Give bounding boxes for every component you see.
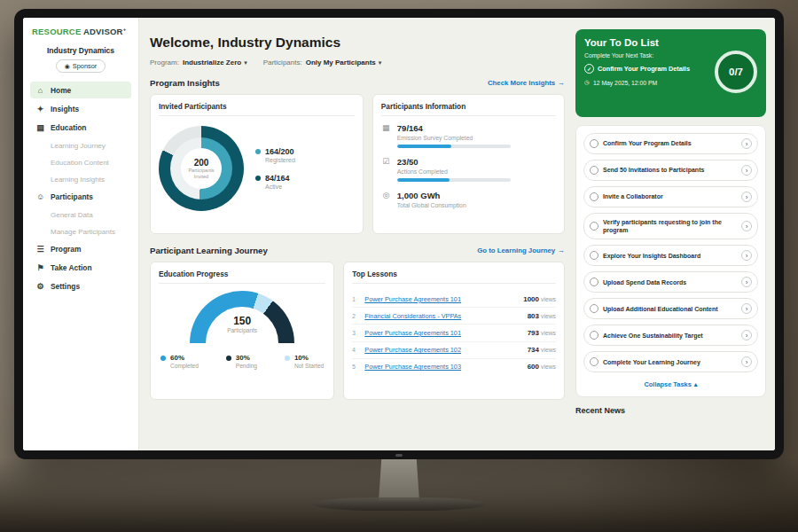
task-checkbox[interactable] — [590, 139, 598, 148]
program-filter[interactable]: Program: Industrialize Zero ▾ — [150, 59, 247, 66]
task-label: Verify participants requesting to join t… — [603, 218, 737, 234]
chevron-right-icon[interactable]: › — [741, 138, 752, 149]
legend-dot — [255, 149, 261, 154]
task-row[interactable]: Upload Additional Educational Content › — [583, 298, 758, 319]
task-checkbox[interactable] — [590, 278, 598, 286]
sidebar-item-take-action[interactable]: ⚑ Take Action — [30, 259, 131, 276]
lesson-link[interactable]: Power Purchase Agreements 101 — [364, 295, 518, 303]
lesson-rank: 2 — [352, 313, 359, 319]
sidebar-item-home[interactable]: ⌂ Home — [30, 82, 131, 98]
task-row[interactable]: Achieve One Sustainability Target › — [583, 325, 758, 346]
logo-resource: RESOURCE — [32, 27, 81, 36]
sidebar-item-insights[interactable]: ✦ Insights — [30, 100, 131, 117]
section-title: Participant Learning Journey — [150, 246, 268, 255]
chevron-right-icon[interactable]: › — [741, 250, 752, 261]
logo-advisor: ADVISOR — [83, 27, 123, 36]
education-progress-card: Education Progress 150 Participants — [150, 262, 334, 400]
due-date: 12 May 2025, 12:00 PM — [593, 80, 657, 86]
gear-icon: ⚙ — [35, 282, 45, 291]
sidebar-item-program[interactable]: ☰ Program — [30, 240, 131, 257]
participants-icon: ☺ — [35, 192, 45, 201]
sponsor-label: Sponsor — [73, 62, 98, 70]
dashboard-screen: RESOURCE ADVISOR+ Industry Dynamics ◉ Sp… — [23, 18, 775, 450]
lesson-link[interactable]: Power Purchase Agreements 103 — [364, 363, 521, 371]
progress-bar — [397, 178, 511, 182]
chevron-right-icon[interactable]: › — [741, 356, 752, 367]
insights-cards-row: Invited Participants 200 Participants In… — [150, 94, 565, 234]
lesson-views: 793views — [528, 329, 556, 337]
sidebar-item-manage-participants[interactable]: Manage Participants — [30, 223, 131, 239]
task-row[interactable]: Invite a Collaborator › — [583, 186, 758, 207]
chevron-right-icon[interactable]: › — [741, 165, 752, 176]
sponsor-badge[interactable]: ◉ Sponsor — [56, 59, 106, 73]
sponsor-icon: ◉ — [65, 63, 70, 70]
lesson-rank: 4 — [352, 347, 359, 353]
progress-bar — [397, 145, 511, 148]
gauge-center-value: 150 — [190, 315, 294, 327]
invited-donut-chart: 200 Participants Invited — [159, 126, 244, 211]
sidebar-item-label: Settings — [51, 282, 80, 291]
participants-filter-label: Participants: — [263, 59, 302, 66]
app-logo: RESOURCE ADVISOR+ — [30, 27, 131, 36]
task-row[interactable]: Complete Your Learning Journey › — [583, 351, 758, 372]
invited-participants-card: Invited Participants 200 Participants In… — [150, 94, 364, 234]
chevron-right-icon[interactable]: › — [741, 277, 752, 287]
sidebar-item-education[interactable]: ▤ Education — [30, 119, 131, 136]
task-row[interactable]: Verify participants requesting to join t… — [583, 213, 758, 239]
task-checkbox[interactable] — [590, 304, 598, 313]
task-checkbox[interactable] — [590, 222, 598, 231]
task-row[interactable]: Send 50 Invitations to Participants › — [583, 160, 758, 181]
lesson-link[interactable]: Financial Considerations - VPPAs — [364, 312, 521, 320]
lesson-link[interactable]: Power Purchase Agreements 101 — [364, 329, 521, 337]
legend-item-completed: 60% Completed — [160, 354, 199, 369]
task-checkbox[interactable] — [590, 357, 598, 366]
stat-value: 1,000 GWh — [397, 191, 466, 200]
collapse-tasks-button[interactable]: Collapse Tasks ▴ — [583, 378, 758, 389]
sidebar-item-participants[interactable]: ☺ Participants — [30, 188, 131, 205]
task-checkbox[interactable] — [590, 192, 598, 201]
sidebar-item-education-content[interactable]: Education Content — [30, 154, 131, 170]
task-checkbox[interactable] — [590, 166, 598, 175]
sidebar-item-settings[interactable]: ⚙ Settings — [30, 278, 131, 294]
task-row[interactable]: Explore Your Insights Dashboard › — [583, 245, 758, 266]
sidebar-item-general-data[interactable]: General Data — [30, 207, 131, 223]
todo-column: Your To Do List Complete Your Next Task:… — [575, 27, 766, 450]
chevron-right-icon[interactable]: › — [741, 303, 752, 314]
go-to-learning-journey-link[interactable]: Go to Learning Journey → — [477, 246, 565, 254]
legend-label: Pending — [236, 363, 257, 369]
lesson-row: 2 Financial Considerations - VPPAs 803vi… — [352, 308, 556, 325]
sidebar-item-learning-insights[interactable]: Learning Insights — [30, 171, 131, 187]
gauge-center-label: Participants — [190, 327, 294, 333]
task-checkbox[interactable] — [590, 331, 598, 340]
main-content: Welcome, Industry Dynamics Program: Indu… — [139, 18, 775, 450]
learning-journey-header: Participant Learning Journey Go to Learn… — [150, 246, 565, 255]
chevron-right-icon[interactable]: › — [741, 192, 752, 202]
sidebar-item-label: Take Action — [51, 263, 92, 272]
consumption-icon: ◎ — [381, 191, 391, 212]
sidebar-item-learning-journey[interactable]: Learning Journey — [30, 137, 131, 153]
participants-filter[interactable]: Participants: Only My Participants ▾ — [263, 59, 382, 66]
todo-tasks-card: Confirm Your Program Details › Send 50 I… — [575, 125, 766, 397]
check-more-insights-link[interactable]: Check More Insights → — [488, 79, 565, 87]
task-label: Invite a Collaborator — [603, 192, 737, 200]
link-label: Go to Learning Journey — [477, 246, 555, 254]
chevron-right-icon[interactable]: › — [741, 330, 752, 340]
task-label: Upload Spend Data Records — [603, 278, 737, 286]
lesson-views: 803views — [528, 312, 556, 320]
sidebar-item-label: Program — [51, 245, 81, 254]
center-column: Welcome, Industry Dynamics Program: Indu… — [150, 27, 565, 450]
stat-actions-completed: ☑ 23/50 Actions Completed — [381, 157, 556, 182]
lesson-link[interactable]: Power Purchase Agreements 102 — [364, 346, 521, 354]
task-row[interactable]: Confirm Your Program Details › — [583, 133, 758, 154]
legend-label: Registered — [265, 157, 295, 163]
legend-value: 84/164 — [265, 174, 290, 183]
stat-label: Actions Completed — [397, 168, 511, 175]
card-title: Education Progress — [159, 270, 325, 284]
legend-label: Completed — [170, 363, 199, 369]
legend-item-active: 84/164 Active — [255, 174, 295, 190]
task-row[interactable]: Upload Spend Data Records › — [583, 271, 758, 293]
program-icon: ☰ — [35, 245, 45, 254]
chevron-right-icon[interactable]: › — [741, 221, 752, 231]
task-checkbox[interactable] — [590, 251, 598, 260]
next-task[interactable]: ✓ Confirm Your Program Details — [584, 64, 705, 74]
